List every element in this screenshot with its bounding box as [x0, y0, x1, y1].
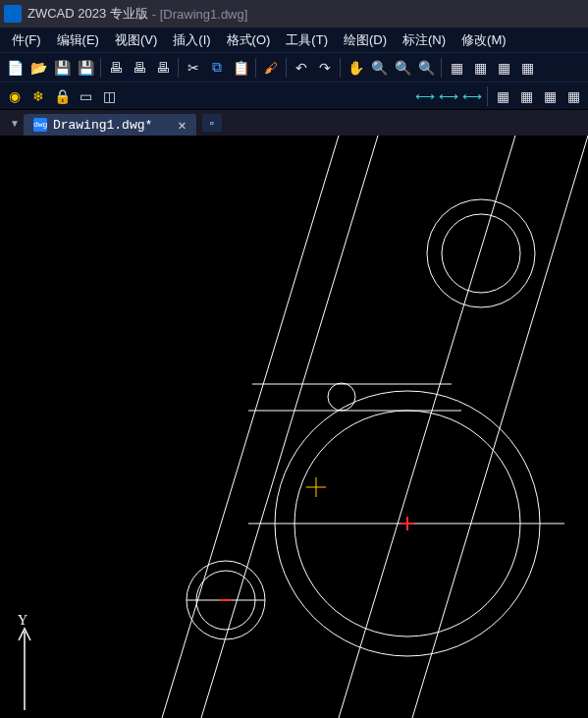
menu-item-6[interactable]: 绘图(D) [336, 28, 395, 53]
dim-icon-1[interactable]: ⟷ [414, 85, 436, 107]
plus-icon: ▫ [210, 116, 214, 130]
plot-icon[interactable]: 🖶 [105, 57, 127, 79]
svg-point-6 [427, 199, 535, 307]
paste-icon[interactable]: 📋 [230, 57, 251, 79]
block-icon-2[interactable]: ▦ [515, 85, 537, 107]
zoom-realtime-icon[interactable]: 🔍 [368, 57, 390, 79]
zoom-window-icon[interactable]: 🔍 [392, 57, 413, 79]
layer-off-icon[interactable]: ◉ [4, 85, 26, 107]
svg-point-7 [442, 214, 520, 293]
toolbar-main: 📄📂💾💾🖶🖶🖶✂⧉📋🖌↶↷✋🔍🔍🔍▦▦▦▦ [0, 53, 588, 83]
document-tab[interactable]: dwg Drawing1.dwg* ✕ [24, 114, 196, 136]
close-icon[interactable]: ✕ [178, 117, 186, 134]
open-icon[interactable]: 📂 [27, 57, 49, 79]
toolpalette-icon[interactable]: ▦ [493, 57, 514, 79]
properties-icon[interactable]: ▦ [446, 57, 467, 79]
dim-icon-2[interactable]: ⟷ [438, 85, 459, 107]
svg-line-2 [339, 136, 515, 718]
menubar: 件(F)编辑(E)视图(V)插入(I)格式(O)工具(T)绘图(D)标注(N)修… [0, 28, 588, 53]
drawing-content: Y [0, 136, 588, 718]
menu-item-7[interactable]: 标注(N) [395, 28, 454, 53]
ucs-y-label: Y [18, 613, 27, 628]
app-title: ZWCAD 2023 专业版 [27, 5, 148, 23]
drawing-canvas[interactable]: Y [0, 136, 588, 718]
layer-color-icon[interactable]: ◫ [98, 85, 120, 107]
toolbar-separator [441, 58, 442, 78]
menu-item-2[interactable]: 视图(V) [107, 28, 165, 53]
layer-freeze-icon[interactable]: ❄ [27, 85, 49, 107]
app-document: - [Drawing1.dwg] [152, 7, 248, 22]
publish-icon[interactable]: 🖶 [152, 57, 174, 79]
dwg-file-icon: dwg [33, 118, 47, 132]
menu-item-3[interactable]: 插入(I) [165, 28, 218, 53]
layer-state-icon[interactable]: ▭ [75, 85, 96, 107]
pan-icon[interactable]: ✋ [345, 57, 366, 79]
save-icon[interactable]: 💾 [51, 57, 73, 79]
toolbar-separator [340, 58, 341, 78]
menu-item-4[interactable]: 格式(O) [219, 28, 279, 53]
undo-icon[interactable]: ↶ [291, 57, 312, 79]
layer-lock-icon[interactable]: 🔒 [51, 85, 73, 107]
toolbar-separator [100, 58, 101, 78]
svg-point-10 [328, 383, 355, 411]
toolbar-separator [255, 58, 256, 78]
toolbar-separator [487, 86, 488, 106]
matchprop-icon[interactable]: 🖌 [260, 57, 282, 79]
preview-icon[interactable]: 🖶 [129, 57, 150, 79]
menu-item-8[interactable]: 修改(M) [454, 28, 514, 53]
dim-icon-3[interactable]: ⟷ [461, 85, 483, 107]
tab-dropdown-icon[interactable]: ▼ [6, 118, 24, 129]
block-icon-4[interactable]: ▦ [562, 85, 584, 107]
app-icon [4, 5, 22, 23]
titlebar: ZWCAD 2023 专业版 - [Drawing1.dwg] [0, 0, 588, 28]
zoom-prev-icon[interactable]: 🔍 [415, 57, 437, 79]
svg-line-1 [201, 136, 378, 718]
menu-item-5[interactable]: 工具(T) [278, 28, 336, 53]
menu-item-0[interactable]: 件(F) [4, 28, 49, 53]
toolbar-layers: ◉❄🔒▭◫ ⟷⟷⟷▦▦▦▦ [0, 83, 588, 110]
cut-icon[interactable]: ✂ [183, 57, 204, 79]
document-tab-label: Drawing1.dwg* [53, 118, 152, 133]
block-icon-1[interactable]: ▦ [492, 85, 513, 107]
calc-icon[interactable]: ▦ [516, 57, 538, 79]
block-icon-3[interactable]: ▦ [539, 85, 561, 107]
menu-item-1[interactable]: 编辑(E) [49, 28, 107, 53]
designcenter-icon[interactable]: ▦ [469, 57, 491, 79]
toolbar-separator [178, 58, 179, 78]
new-tab-button[interactable]: ▫ [202, 114, 222, 132]
svg-line-3 [412, 136, 588, 718]
new-icon[interactable]: 📄 [4, 57, 26, 79]
redo-icon[interactable]: ↷ [314, 57, 336, 79]
saveas-icon[interactable]: 💾 [75, 57, 96, 79]
toolbar-separator [286, 58, 287, 78]
copy-icon[interactable]: ⧉ [206, 57, 228, 79]
ucs-icon: Y [18, 613, 30, 710]
document-tab-strip: ▼ dwg Drawing1.dwg* ✕ ▫ [0, 110, 588, 136]
